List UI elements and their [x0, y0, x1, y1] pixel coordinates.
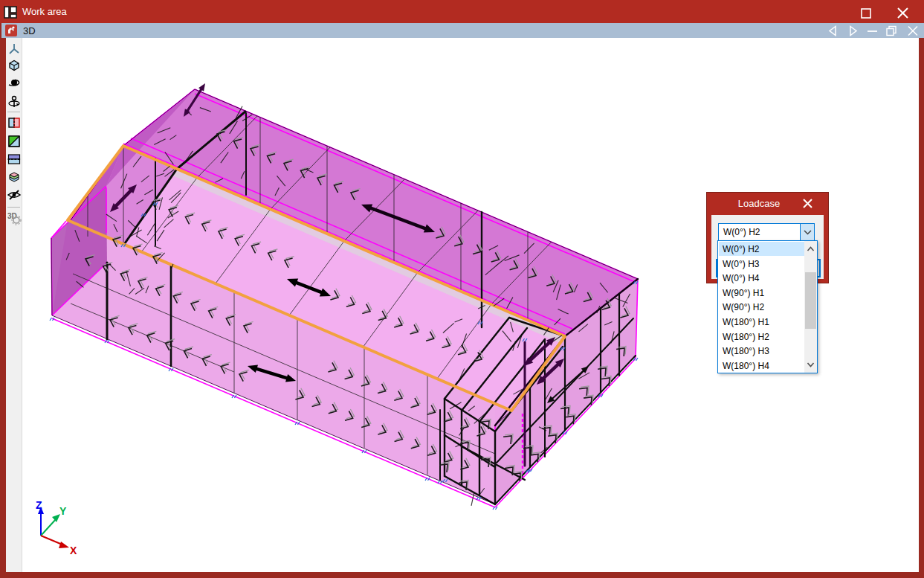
window-border-bottom — [0, 572, 924, 578]
scrollbar-thumb[interactable] — [805, 272, 816, 329]
workarea-layout-icon — [4, 6, 17, 19]
clipping-plane-icon[interactable] — [7, 115, 22, 130]
window-border-left — [0, 38, 6, 578]
maximize-button[interactable] — [860, 7, 872, 19]
combobox-dropdown-button[interactable] — [800, 224, 814, 240]
close-view-icon[interactable] — [908, 27, 917, 36]
tab-controls — [825, 25, 922, 36]
axis-label-x: X — [70, 545, 77, 556]
view-toolbar: 3D — [6, 38, 22, 572]
axis-label-y: Y — [59, 505, 67, 517]
close-button[interactable] — [896, 7, 909, 19]
loadcase-dropdown-list: W(0°) H2W(0°) H3W(0°) H4W(90°) H1W(90°) … — [717, 240, 818, 373]
chevron-down-icon — [801, 224, 815, 240]
dialog-close-icon[interactable] — [802, 198, 814, 210]
scroll-down-icon — [808, 363, 814, 367]
render-mode-icon[interactable] — [7, 134, 22, 149]
prev-view-icon[interactable] — [830, 27, 836, 36]
coordinate-axes-icon[interactable] — [7, 42, 22, 57]
section-box-icon[interactable] — [7, 152, 22, 167]
svg-text:3D: 3D — [7, 212, 17, 220]
next-view-icon[interactable] — [850, 27, 856, 36]
orbit-icon[interactable] — [7, 94, 22, 109]
view-tabbar: 3D — [0, 23, 924, 38]
dropdown-item[interactable]: W(180°) H3 — [719, 344, 805, 358]
3d-tab-icon — [5, 25, 17, 36]
dropdown-item[interactable]: W(90°) H1 — [719, 286, 805, 300]
dropdown-item[interactable]: W(0°) H2 — [719, 242, 805, 256]
window-titlebar: Work area — [0, 0, 924, 23]
restore-icon[interactable] — [887, 27, 896, 36]
layers-icon[interactable] — [7, 170, 22, 184]
rotate-view-icon[interactable] — [7, 77, 22, 91]
isometric-cube-icon[interactable] — [7, 58, 22, 73]
dropdown-item[interactable]: W(0°) H4 — [719, 271, 805, 285]
loadcase-dialog-title: Loadcase — [707, 193, 811, 215]
dropdown-item[interactable]: W(180°) H4 — [719, 359, 805, 373]
toolbar-separator — [7, 112, 20, 112]
dropdown-item[interactable]: W(180°) H2 — [719, 330, 805, 344]
3d-settings-icon[interactable]: 3D — [7, 211, 22, 225]
toolbar-separator — [7, 207, 20, 208]
loadcase-combobox[interactable]: W(0°) H2 — [718, 223, 815, 241]
tab-3d[interactable]: 3D — [23, 25, 36, 36]
window-border-right — [919, 23, 924, 578]
dropdown-item[interactable]: W(90°) H2 — [719, 300, 805, 314]
window-title: Work area — [22, 6, 67, 17]
dropdown-item[interactable]: W(180°) H1 — [719, 315, 805, 329]
axis-label-z: Z — [36, 499, 42, 511]
scroll-up-icon — [808, 248, 814, 251]
dropdown-scrollbar[interactable] — [804, 241, 817, 373]
combobox-value: W(0°) H2 — [723, 227, 760, 237]
dropdown-item[interactable]: W(0°) H3 — [719, 257, 805, 271]
hide-objects-icon[interactable] — [7, 187, 22, 202]
